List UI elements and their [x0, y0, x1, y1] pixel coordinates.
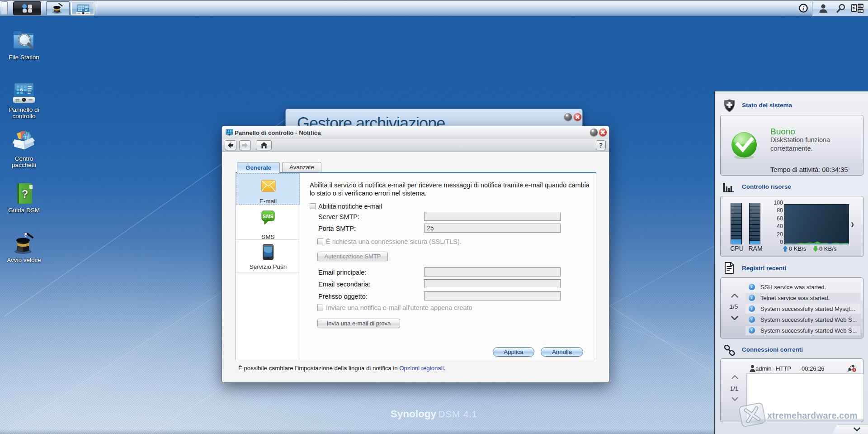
svg-text:SMS: SMS	[263, 214, 274, 219]
svg-text:?: ?	[22, 188, 28, 200]
svg-text:i: i	[802, 5, 804, 12]
